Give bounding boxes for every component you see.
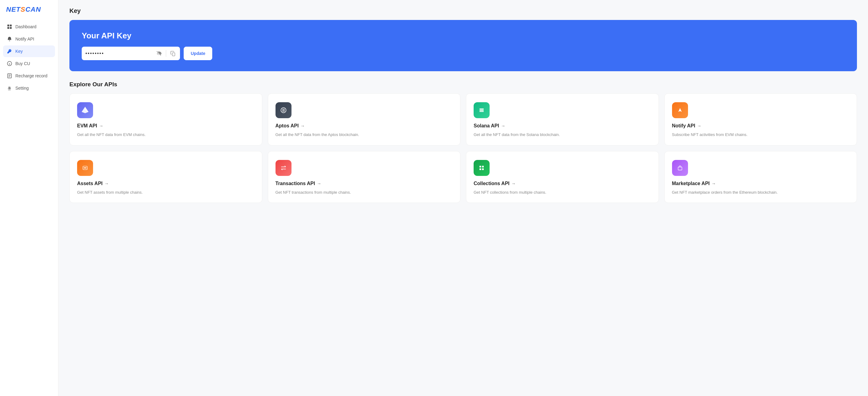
api-key-banner: Your API Key Update xyxy=(69,20,857,71)
svg-rect-23 xyxy=(479,166,481,168)
api-card-marketplace-desc: Get NFT marketplace orders from the Ethe… xyxy=(672,189,849,196)
svg-rect-22 xyxy=(84,167,86,168)
svg-rect-17 xyxy=(479,108,484,109)
svg-rect-10 xyxy=(172,53,175,56)
api-key-divider xyxy=(166,50,166,57)
svg-rect-26 xyxy=(482,168,484,170)
update-key-button[interactable]: Update xyxy=(184,47,212,60)
bell-icon xyxy=(7,36,12,42)
gear-icon xyxy=(7,85,12,91)
api-card-collections-name: Collections API → xyxy=(474,181,651,186)
toggle-visibility-button[interactable] xyxy=(155,51,162,56)
evm-arrow-icon: → xyxy=(99,123,103,128)
sidebar-item-dashboard[interactable]: Dashboard xyxy=(3,21,55,33)
sidebar: NETSCAN Dashboard Notify API xyxy=(0,0,58,396)
logo: NETSCAN xyxy=(0,5,58,21)
collections-arrow-icon: → xyxy=(512,181,516,186)
svg-rect-2 xyxy=(7,27,9,29)
api-card-evm-desc: Get all the NFT data from EVM chains. xyxy=(77,132,255,138)
api-card-aptos-name: Aptos API → xyxy=(276,123,453,129)
notify-icon xyxy=(672,102,688,118)
api-grid-row1: EVM API → Get all the NFT data from EVM … xyxy=(69,93,857,145)
copy-key-button[interactable] xyxy=(170,51,176,56)
api-card-notify-name: Notify API → xyxy=(672,123,849,129)
sidebar-item-notify-api[interactable]: Notify API xyxy=(3,33,55,45)
assets-icon xyxy=(77,160,93,176)
api-card-assets-desc: Get NFT assets from multiple chains. xyxy=(77,189,255,196)
api-key-input[interactable] xyxy=(85,51,153,56)
api-key-banner-title: Your API Key xyxy=(82,31,845,40)
main-content: Key Your API Key Update xyxy=(58,0,868,396)
svg-rect-24 xyxy=(482,166,484,168)
svg-marker-20 xyxy=(678,108,682,112)
receipt-icon xyxy=(7,73,12,78)
evm-icon xyxy=(77,102,93,118)
grid-icon xyxy=(7,24,12,30)
notify-arrow-icon: → xyxy=(697,123,701,128)
eye-off-icon xyxy=(156,51,161,56)
api-key-input-row: Update xyxy=(82,47,845,60)
svg-text:$: $ xyxy=(9,63,10,65)
api-card-collections-desc: Get NFT collections from multiple chains… xyxy=(474,189,651,196)
explore-section-title: Explore Our APIs xyxy=(69,81,857,88)
api-card-marketplace[interactable]: Marketplace API → Get NFT marketplace or… xyxy=(664,151,857,203)
sidebar-item-setting-label: Setting xyxy=(16,86,29,91)
api-card-transactions[interactable]: Transactions API → Get NFT transactions … xyxy=(268,151,461,203)
copy-icon xyxy=(170,51,176,56)
sidebar-item-key[interactable]: Key xyxy=(3,45,55,57)
api-key-input-wrap xyxy=(82,47,180,60)
api-card-assets[interactable]: Assets API → Get NFT assets from multipl… xyxy=(69,151,262,203)
aptos-icon xyxy=(276,102,291,118)
sidebar-item-setting[interactable]: Setting xyxy=(3,82,55,94)
page-title: Key xyxy=(69,7,857,14)
assets-arrow-icon: → xyxy=(104,181,109,186)
api-card-solana-desc: Get all the NFT data from the Solana blo… xyxy=(474,132,651,138)
collections-icon xyxy=(474,160,490,176)
tag-icon: $ xyxy=(7,61,12,66)
svg-rect-0 xyxy=(7,25,9,26)
api-card-evm[interactable]: EVM API → Get all the NFT data from EVM … xyxy=(69,93,262,145)
svg-rect-18 xyxy=(479,110,484,111)
api-card-transactions-name: Transactions API → xyxy=(276,181,453,186)
key-icon xyxy=(7,48,12,54)
api-card-collections[interactable]: Collections API → Get NFT collections fr… xyxy=(466,151,659,203)
svg-rect-1 xyxy=(10,25,12,26)
api-card-marketplace-name: Marketplace API → xyxy=(672,181,849,186)
api-card-evm-name: EVM API → xyxy=(77,123,255,129)
api-card-assets-name: Assets API → xyxy=(77,181,255,186)
svg-rect-27 xyxy=(678,167,682,170)
aptos-arrow-icon: → xyxy=(300,123,305,128)
solana-arrow-icon: → xyxy=(501,123,505,128)
sidebar-item-buy-cu-label: Buy CU xyxy=(16,61,30,66)
svg-rect-25 xyxy=(479,168,481,170)
marketplace-icon xyxy=(672,160,688,176)
svg-rect-19 xyxy=(479,111,484,112)
api-card-notify[interactable]: Notify API → Subscribe NFT activities fr… xyxy=(664,93,857,145)
sidebar-item-key-label: Key xyxy=(16,49,23,54)
sidebar-item-recharge-record-label: Recharge record xyxy=(16,73,47,78)
api-card-aptos[interactable]: Aptos API → Get all the NFT data from th… xyxy=(268,93,461,145)
api-grid-row2: Assets API → Get NFT assets from multipl… xyxy=(69,151,857,203)
marketplace-arrow-icon: → xyxy=(712,181,716,186)
svg-rect-3 xyxy=(10,27,12,29)
api-card-solana-name: Solana API → xyxy=(474,123,651,129)
sidebar-item-notify-api-label: Notify API xyxy=(16,36,34,41)
sidebar-nav: Dashboard Notify API Key $ xyxy=(0,21,58,94)
solana-icon xyxy=(474,102,490,118)
api-card-solana[interactable]: Solana API → Get all the NFT data from t… xyxy=(466,93,659,145)
sidebar-item-recharge-record[interactable]: Recharge record xyxy=(3,70,55,81)
sidebar-item-dashboard-label: Dashboard xyxy=(16,24,36,29)
transactions-icon xyxy=(276,160,291,176)
api-card-notify-desc: Subscribe NFT activities from EVM chains… xyxy=(672,132,849,138)
sidebar-item-buy-cu[interactable]: $ Buy CU xyxy=(3,58,55,69)
api-card-aptos-desc: Get all the NFT data from the Aptos bloc… xyxy=(276,132,453,138)
api-card-transactions-desc: Get NFT transactions from multiple chain… xyxy=(276,189,453,196)
transactions-arrow-icon: → xyxy=(317,181,321,186)
